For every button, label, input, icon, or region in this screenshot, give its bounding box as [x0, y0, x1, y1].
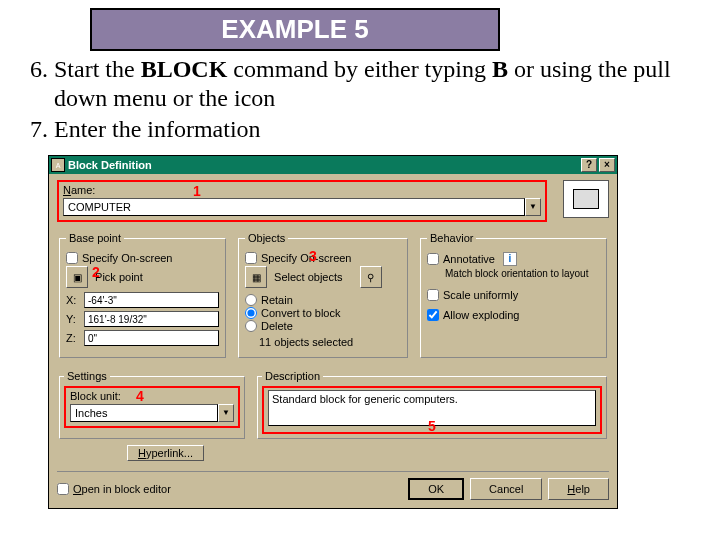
- example-banner: EXAMPLE 5: [90, 8, 500, 51]
- z-input[interactable]: [84, 330, 219, 346]
- dialog-title: Block Definition: [68, 159, 579, 171]
- name-dropdown-icon[interactable]: ▼: [525, 198, 541, 216]
- quickselect-button[interactable]: ⚲: [360, 266, 382, 288]
- match-orientation-label: Match block orientation to layout: [445, 268, 600, 279]
- titlebar: A Block Definition ? ×: [49, 156, 617, 174]
- name-label: Name:: [63, 184, 541, 196]
- name-section: 1 Name: ▼: [57, 180, 547, 222]
- pick-point-label: Pick point: [95, 271, 143, 283]
- close-icon[interactable]: ×: [599, 158, 615, 172]
- y-input[interactable]: [84, 311, 219, 327]
- select-objects-label: Select objects: [274, 271, 342, 283]
- instruction-7: Enter the information: [54, 115, 710, 144]
- behavior-group: Behavior Annotativei Match block orienta…: [420, 232, 607, 358]
- x-input[interactable]: [84, 292, 219, 308]
- name-input[interactable]: [63, 198, 525, 216]
- objects-selected-count: 11 objects selected: [245, 336, 401, 348]
- block-preview: [563, 180, 609, 218]
- ok-button[interactable]: OK: [408, 478, 464, 500]
- callout-4: 4: [136, 388, 144, 404]
- select-objects-button[interactable]: ▦: [245, 266, 267, 288]
- z-label: Z:: [66, 332, 80, 344]
- allow-exploding-checkbox[interactable]: Allow exploding: [427, 309, 600, 321]
- description-legend: Description: [262, 370, 323, 382]
- convert-radio[interactable]: Convert to block: [245, 307, 401, 319]
- instruction-list: Start the BLOCK command by either typing…: [0, 51, 720, 155]
- objects-legend: Objects: [245, 232, 288, 244]
- settings-legend: Settings: [64, 370, 110, 382]
- y-label: Y:: [66, 313, 80, 325]
- objects-group: Objects Specify On-screen 3 ▦ Select obj…: [238, 232, 408, 358]
- help-button[interactable]: Help: [548, 478, 609, 500]
- basepoint-group: Base point Specify On-screen 2 ▣ Pick po…: [59, 232, 226, 358]
- x-label: X:: [66, 294, 80, 306]
- block-unit-select[interactable]: [70, 404, 218, 422]
- system-menu-icon[interactable]: A: [51, 158, 65, 172]
- description-group: Description 5: [257, 370, 607, 439]
- bp-specify-onscreen[interactable]: Specify On-screen: [66, 252, 219, 264]
- open-in-block-editor-checkbox[interactable]: Open in block editor: [57, 483, 402, 495]
- settings-group: Settings 4 Block unit: ▼: [59, 370, 245, 439]
- basepoint-legend: Base point: [66, 232, 124, 244]
- info-icon[interactable]: i: [503, 252, 517, 266]
- delete-radio[interactable]: Delete: [245, 320, 401, 332]
- block-definition-dialog: A Block Definition ? × 1 Name: ▼: [48, 155, 618, 509]
- obj-specify-onscreen[interactable]: Specify On-screen 3: [245, 252, 401, 264]
- pick-point-button[interactable]: ▣: [66, 266, 88, 288]
- scale-uniformly-checkbox[interactable]: Scale uniformly: [427, 289, 600, 301]
- hyperlink-button[interactable]: Hyperlink...: [127, 445, 204, 461]
- callout-5: 5: [428, 418, 436, 434]
- retain-radio[interactable]: Retain: [245, 294, 401, 306]
- callout-3: 3: [309, 248, 317, 264]
- annotative-checkbox[interactable]: Annotativei: [427, 252, 600, 266]
- callout-2: 2: [92, 264, 100, 280]
- help-button-icon[interactable]: ?: [581, 158, 597, 172]
- instruction-6: Start the BLOCK command by either typing…: [54, 55, 710, 113]
- cancel-button[interactable]: Cancel: [470, 478, 542, 500]
- block-unit-label: Block unit:: [70, 390, 234, 402]
- unit-dropdown-icon[interactable]: ▼: [218, 404, 234, 422]
- callout-1: 1: [193, 183, 201, 199]
- behavior-legend: Behavior: [427, 232, 476, 244]
